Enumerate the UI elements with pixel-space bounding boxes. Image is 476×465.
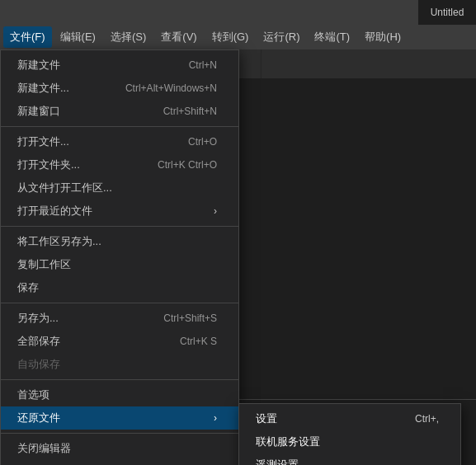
window-title: Untitled [418,0,476,25]
menu-separator-2 [1,226,238,227]
submenu-settings[interactable]: 设置 Ctrl+, [239,407,460,430]
menu-separator-1 [1,126,238,127]
menu-separator-5 [1,433,238,434]
menu-item-new-file-dots[interactable]: 新建文件... Ctrl+Alt+Windows+N [1,77,238,100]
menu-terminal[interactable]: 终端(T) [308,26,356,48]
menu-select[interactable]: 选择(S) [104,26,153,48]
submenu-telemetry[interactable]: 遥测设置 [239,453,460,465]
menu-item-new-window[interactable]: 新建窗口 Ctrl+Shift+N [1,100,238,123]
menu-separator-3 [1,303,238,303]
preferences-submenu: 设置 Ctrl+, 联机服务设置 遥测设置 扩展 Ctrl+Shift+X 键盘… [238,403,461,465]
menu-item-open-workspace[interactable]: 从文件打开工作区... [1,176,238,200]
submenu-online-services[interactable]: 联机服务设置 [239,430,460,453]
menu-help[interactable]: 帮助(H) [358,26,408,48]
menu-item-close-editor[interactable]: 关闭文件夹... [1,460,238,465]
menu-item-open-folder[interactable]: 打开文件夹... Ctrl+K Ctrl+O [1,153,238,176]
menu-item-open-recent[interactable]: 打开最近的文件 › [1,200,238,223]
menu-item-save-as[interactable]: 全部保存 Ctrl+K S [1,330,238,353]
menu-item-add-folder[interactable]: 将工作区另存为... [1,230,238,253]
title-bar: Untitled [0,0,476,25]
menu-goto[interactable]: 转到(G) [205,26,256,48]
menu-item-open-file[interactable]: 打开文件... Ctrl+O [1,130,238,153]
menu-item-revert[interactable]: 关闭编辑器 [1,437,238,460]
menu-edit[interactable]: 编辑(E) [54,26,102,48]
menu-bar: 文件(F) 编辑(E) 选择(S) 查看(V) 转到(G) 运行(R) 终端(T… [0,25,476,49]
menu-separator-4 [1,379,238,380]
menu-item-preferences[interactable]: 还原文件 › 设置 Ctrl+, 联机服务设置 遥测设置 扩展 Ctrl+Shi… [1,406,238,430]
file-dropdown-menu: 新建文件 Ctrl+N 新建文件... Ctrl+Alt+Windows+N 新… [0,49,239,465]
menu-run[interactable]: 运行(R) [257,26,306,48]
menu-item-save-workspace-as[interactable]: 复制工作区 [1,253,238,276]
menu-item-auto-save[interactable]: 首选项 [1,383,238,406]
menu-item-new-file[interactable]: 新建文件 Ctrl+N [1,54,238,77]
menu-file[interactable]: 文件(F) [3,26,52,48]
menu-view[interactable]: 查看(V) [154,26,203,48]
menu-item-save-all: 自动保存 [1,353,238,376]
menu-item-duplicate-workspace[interactable]: 保存 [1,276,238,299]
menu-item-save[interactable]: 另存为... Ctrl+Shift+S [1,307,238,330]
